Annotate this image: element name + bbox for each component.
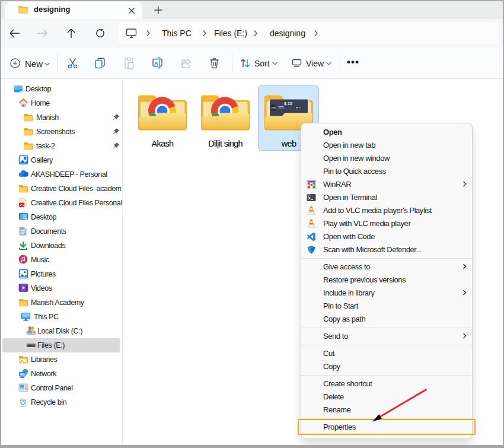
- svg-text:VISA: VISA: [271, 107, 276, 109]
- svg-text:$ 15: $ 15: [284, 101, 292, 106]
- svg-text:A: A: [154, 60, 158, 66]
